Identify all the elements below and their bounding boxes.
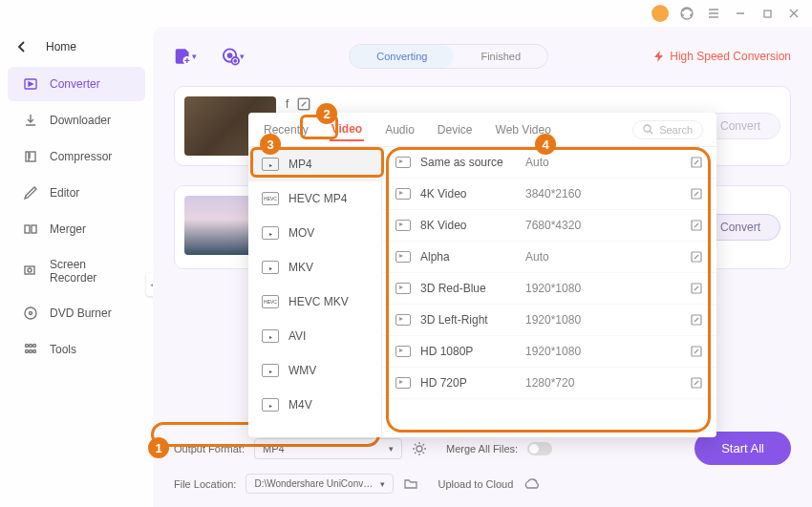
- preset-row[interactable]: 4K Video3840*2160: [382, 179, 716, 210]
- format-popup: Recently Video Audio Device Web Video Se…: [248, 113, 716, 437]
- preset-icon: [395, 157, 411, 168]
- format-list: ▸MP4 HEVCHEVC MP4 ▸MOV ▸MKV HEVCHEVC MKV…: [248, 147, 382, 437]
- format-icon: ▸: [262, 398, 279, 412]
- svg-rect-11: [25, 225, 30, 233]
- file-location-select[interactable]: D:\Wondershare UniConverter 1 ▾: [246, 474, 394, 494]
- merger-icon: [23, 222, 38, 237]
- format-icon: ▸: [262, 158, 279, 171]
- format-m4v[interactable]: ▸M4V: [248, 388, 381, 422]
- edit-preset-icon[interactable]: [690, 376, 703, 390]
- svg-rect-5: [764, 11, 771, 17]
- folder-icon[interactable]: [403, 476, 418, 492]
- sidebar-item-screen-recorder[interactable]: Screen Recorder: [8, 248, 145, 294]
- tools-icon: [23, 342, 38, 357]
- high-speed-toggle[interactable]: High Speed Conversion: [652, 50, 791, 63]
- format-wmv[interactable]: ▸WMV: [248, 353, 381, 388]
- svg-point-15: [25, 307, 36, 319]
- svg-point-22: [33, 350, 36, 353]
- sidebar-item-merger[interactable]: Merger: [8, 212, 145, 246]
- svg-point-25: [228, 53, 232, 57]
- format-mov[interactable]: ▸MOV: [248, 216, 381, 250]
- marker-1: 1: [148, 437, 169, 458]
- sidebar-item-dvd-burner[interactable]: DVD Burner: [8, 296, 145, 330]
- marker-4: 4: [535, 134, 556, 155]
- compress-icon: [23, 149, 38, 164]
- preset-row[interactable]: 3D Red-Blue1920*1080: [382, 273, 716, 305]
- upload-label: Upload to Cloud: [438, 478, 513, 490]
- tab-finished[interactable]: Finished: [454, 45, 547, 68]
- edit-preset-icon[interactable]: [690, 187, 703, 201]
- format-icon: ▸: [262, 226, 279, 240]
- popup-tab-audio[interactable]: Audio: [383, 119, 417, 140]
- close-button[interactable]: [785, 5, 802, 22]
- avatar[interactable]: [652, 5, 669, 22]
- svg-point-21: [30, 350, 32, 353]
- sidebar-item-converter[interactable]: Converter: [8, 67, 145, 101]
- editor-icon: [23, 185, 38, 201]
- preset-row[interactable]: HD 1080P1920*1080: [382, 336, 716, 368]
- recorder-icon: [23, 264, 38, 279]
- format-mkv[interactable]: ▸MKV: [248, 250, 381, 285]
- marker-2: 2: [316, 103, 337, 124]
- sidebar-item-tools[interactable]: Tools: [8, 332, 145, 367]
- svg-point-17: [26, 345, 29, 348]
- home-back[interactable]: Home: [0, 34, 153, 59]
- preset-icon: [395, 314, 411, 326]
- maximize-button[interactable]: [759, 5, 776, 22]
- preset-list: Same as sourceAuto 4K Video3840*2160 8K …: [382, 147, 716, 437]
- sidebar: Home Converter Downloader Compressor Edi…: [0, 27, 153, 507]
- format-avi[interactable]: ▸AVI: [248, 319, 381, 353]
- output-format-label: Output Format:: [174, 443, 245, 454]
- format-hevc-mp4[interactable]: HEVCHEVC MP4: [248, 181, 381, 216]
- svg-point-14: [28, 268, 32, 272]
- file-location-label: File Location:: [174, 478, 236, 490]
- edit-preset-icon[interactable]: [690, 282, 703, 295]
- edit-preset-icon[interactable]: [690, 156, 703, 169]
- popup-tab-video[interactable]: Video: [330, 118, 364, 141]
- svg-point-33: [644, 125, 651, 132]
- popup-tab-device[interactable]: Device: [436, 119, 475, 140]
- svg-line-34: [650, 131, 652, 134]
- edit-preset-icon[interactable]: [690, 250, 703, 264]
- marker-3: 3: [260, 134, 281, 155]
- merge-toggle[interactable]: [527, 442, 552, 455]
- menu-icon[interactable]: [705, 5, 722, 22]
- tab-converting[interactable]: Converting: [350, 45, 454, 68]
- preset-icon: [395, 220, 411, 231]
- preset-icon: [395, 283, 411, 294]
- edit-name-icon[interactable]: [296, 96, 311, 112]
- edit-preset-icon[interactable]: [690, 219, 703, 232]
- sidebar-item-downloader[interactable]: Downloader: [8, 103, 145, 137]
- download-icon: [23, 113, 38, 128]
- support-icon[interactable]: [678, 5, 695, 22]
- preset-row[interactable]: HD 720P1280*720: [382, 368, 716, 399]
- svg-rect-12: [32, 225, 36, 233]
- format-icon: ▸: [262, 261, 279, 274]
- dvd-icon: [23, 306, 38, 321]
- minimize-button[interactable]: [732, 5, 749, 22]
- format-icon: HEVC: [262, 192, 279, 205]
- status-segment: Converting Finished: [349, 44, 548, 69]
- cloud-icon[interactable]: [523, 477, 540, 491]
- svg-point-0: [681, 8, 693, 19]
- preset-row[interactable]: AlphaAuto: [382, 242, 716, 273]
- preset-row[interactable]: 8K Video7680*4320: [382, 210, 716, 242]
- settings-icon[interactable]: [412, 441, 427, 456]
- edit-preset-icon[interactable]: [690, 313, 703, 327]
- format-search[interactable]: Search: [632, 120, 703, 139]
- add-dvd-button[interactable]: ▾: [222, 45, 245, 68]
- sidebar-item-editor[interactable]: Editor: [8, 176, 145, 210]
- preset-row[interactable]: 3D Left-Right1920*1080: [382, 305, 716, 336]
- svg-point-16: [30, 312, 32, 315]
- svg-marker-9: [29, 82, 32, 86]
- format-hevc-mkv[interactable]: HEVCHEVC MKV: [248, 285, 381, 319]
- sidebar-item-compressor[interactable]: Compressor: [8, 139, 145, 174]
- output-format-select[interactable]: MP4 ▾: [254, 438, 402, 459]
- svg-rect-13: [25, 266, 34, 274]
- format-icon: HEVC: [262, 295, 279, 308]
- svg-point-20: [26, 350, 29, 353]
- svg-point-18: [30, 345, 32, 348]
- edit-preset-icon[interactable]: [690, 345, 703, 358]
- add-file-button[interactable]: ▾: [174, 45, 197, 68]
- svg-point-19: [33, 345, 36, 348]
